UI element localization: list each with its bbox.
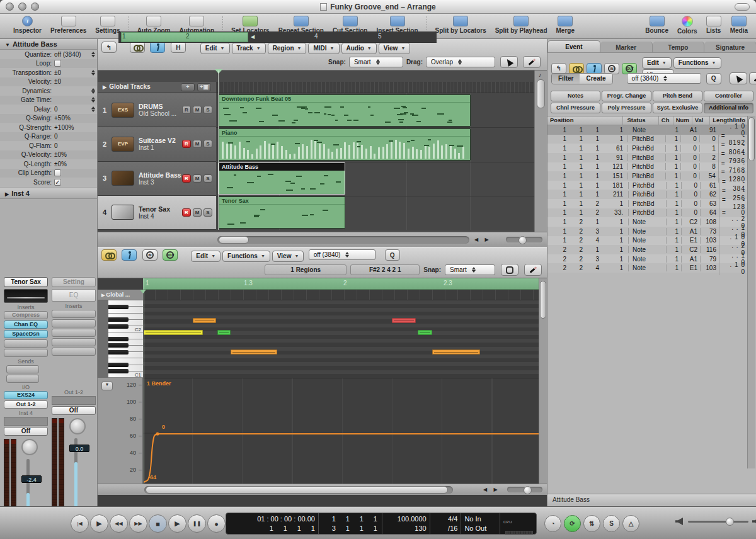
output-slot[interactable]: Out 1-2 xyxy=(4,400,48,409)
event-row[interactable]: 111181PitchBd1061=- 384 xyxy=(547,181,748,190)
bender-automation-lane[interactable]: 1 Bender 0 -64 xyxy=(143,378,539,484)
black-key[interactable] xyxy=(108,369,129,373)
autopunch-button[interactable]: ⇅ xyxy=(583,515,600,532)
lcd-time-position[interactable]: 01 : 00 : 00 : 00.00 1111 xyxy=(226,513,319,534)
tab-event[interactable]: Event xyxy=(547,40,600,52)
insert-slot[interactable] xyxy=(52,338,96,346)
param-value[interactable]: 0 xyxy=(52,142,95,149)
lcd-signature[interactable]: 4/4 /16 xyxy=(430,513,462,534)
menu-functions[interactable]: Functions▼ xyxy=(222,251,270,262)
snap-select[interactable]: Smart xyxy=(349,57,403,67)
record-enable-button[interactable]: R xyxy=(182,140,191,148)
piano-keyboard[interactable]: C2C1 xyxy=(108,300,143,378)
toolbar-toggle-pill[interactable] xyxy=(735,3,750,11)
midi-thru-button[interactable] xyxy=(150,42,165,53)
column-num[interactable]: Num xyxy=(673,116,692,125)
tab-signature[interactable]: Signature xyxy=(704,42,756,52)
toolbar-button-split-by-locators[interactable]: Split by Locators xyxy=(435,16,486,34)
filter-additional-info[interactable]: Additional Info xyxy=(704,103,753,113)
track-header-drums[interactable]: 1EXSDRUMSOld School ...RMS xyxy=(98,93,216,127)
toolbar-button-settings[interactable]: Settings xyxy=(95,16,120,34)
midi-note-e1[interactable] xyxy=(432,349,480,355)
fader-value[interactable]: 0.0 xyxy=(69,445,89,452)
black-key[interactable] xyxy=(108,305,129,309)
column-position[interactable]: Position xyxy=(547,116,622,125)
automation-mode-button[interactable]: Off xyxy=(4,427,48,436)
solo-button[interactable]: S xyxy=(203,140,212,148)
eq-thumbnail[interactable] xyxy=(4,289,48,303)
automation-mode-button[interactable]: Off xyxy=(52,406,96,415)
insert-slot[interactable] xyxy=(52,329,96,337)
midi-region-tenor-sax[interactable]: Tenor Sax xyxy=(219,196,345,229)
midi-thru-button[interactable] xyxy=(122,249,137,261)
pan-knob[interactable] xyxy=(69,418,86,434)
drag-select[interactable]: Overlap xyxy=(426,57,495,67)
mute-button[interactable]: M xyxy=(193,208,202,217)
filter-notes[interactable]: Notes xyxy=(551,91,600,101)
event-row[interactable]: 1121PitchBd1063=- 128 xyxy=(547,199,748,208)
quantize-select[interactable]: off (3840) xyxy=(627,73,701,84)
zoom-slider-knob[interactable] xyxy=(524,486,532,494)
metronome-button[interactable]: △ xyxy=(622,515,639,532)
scroll-thumb[interactable] xyxy=(748,117,755,161)
pause-button[interactable]: ❚❚ xyxy=(188,514,206,533)
tuner-button[interactable]: ◔ xyxy=(544,515,561,532)
midi-note-c2[interactable] xyxy=(193,318,216,323)
create-button[interactable]: Create xyxy=(580,74,612,84)
link-button[interactable] xyxy=(130,42,145,53)
stepper-icon[interactable] xyxy=(91,70,95,76)
midi-region-downtempo-funk-beat-05[interactable]: Downtempo Funk Beat 05 xyxy=(219,94,471,127)
arrange-vertical-scrollbar[interactable]: ♪ xyxy=(534,71,547,232)
black-key[interactable] xyxy=(108,350,129,355)
track-header-tenor-sax[interactable]: 4Tenor SaxInst 4RMS xyxy=(98,196,216,230)
event-row[interactable]: 2231Note1A179. . 1 0 xyxy=(547,254,748,264)
mute-button[interactable]: M xyxy=(193,174,202,183)
insert-slot[interactable] xyxy=(4,339,48,348)
toolbar-button-inspector[interactable]: i Inspector xyxy=(13,16,42,34)
event-row[interactable]: 1231Note1A173. . 1 0 xyxy=(547,227,748,236)
eq-slot[interactable]: EQ xyxy=(52,289,96,302)
param-value[interactable]: ±0% xyxy=(52,151,95,158)
scroll-arrows[interactable]: ◀ ▶ xyxy=(483,487,500,492)
pointer-tool-button[interactable] xyxy=(500,56,518,68)
stepper-icon[interactable] xyxy=(91,97,95,103)
scroll-thumb[interactable] xyxy=(146,486,448,494)
toolbar-button-bounce[interactable]: Bounce xyxy=(645,16,668,34)
scroll-thumb[interactable] xyxy=(540,281,546,319)
insert-slot[interactable]: SpaceDsn xyxy=(4,330,48,338)
stepper-icon[interactable] xyxy=(91,106,95,112)
track-header-suitcase-v2[interactable]: 2EVPSuitcase V2Inst 1RMS xyxy=(98,127,216,161)
send-slot[interactable] xyxy=(6,375,39,383)
filter-button[interactable]: Filter xyxy=(552,74,580,84)
piano-roll-vertical-scrollbar[interactable] xyxy=(539,278,547,484)
menu-region[interactable]: Region▼ xyxy=(268,43,307,54)
menu-functions[interactable]: Functions▼ xyxy=(673,57,721,69)
tab-tempo[interactable]: Tempo xyxy=(653,42,705,52)
region-parameters-header[interactable]: ▼Attitude Bass xyxy=(0,39,97,50)
event-row[interactable]: 111151PitchBd1054=- 1280 xyxy=(547,171,748,181)
midi-note-a1[interactable] xyxy=(217,330,231,335)
lcd-midi-monitor[interactable]: No In No Out xyxy=(461,513,500,534)
param-value[interactable]: +50% xyxy=(52,115,95,122)
rewind-button[interactable]: ◀◀ xyxy=(110,514,128,533)
event-row[interactable]: 2211Note1C2116. . 2 0 xyxy=(547,245,748,254)
param-checkbox[interactable]: ✓ xyxy=(54,179,61,186)
scroll-track[interactable] xyxy=(217,236,469,244)
insert-slot[interactable] xyxy=(52,319,96,327)
menu-midi[interactable]: MIDI▼ xyxy=(308,43,339,54)
midi-note-a1[interactable] xyxy=(144,330,203,335)
volume-knob[interactable] xyxy=(726,518,734,526)
toolbar-button-split-by-playhead[interactable]: Split by Playhead xyxy=(495,16,547,34)
black-key[interactable] xyxy=(108,337,129,341)
channel-strip-name[interactable]: Tenor Sax xyxy=(4,277,48,287)
midi-region-piano[interactable]: Piano xyxy=(219,128,471,161)
toolbar-button-preferences[interactable]: Preferences xyxy=(50,16,86,34)
filter-controller[interactable]: Controller xyxy=(704,91,753,101)
global-tracks-header[interactable]: ▶ Global ... xyxy=(98,290,143,300)
event-row[interactable]: 111211PitchBd1062=- 256 xyxy=(547,190,748,199)
scroll-arrows[interactable]: ◀ ▶ xyxy=(474,237,491,242)
param-value[interactable]: +100% xyxy=(52,124,95,131)
link-button[interactable] xyxy=(101,249,117,261)
param-value[interactable]: ±0 xyxy=(52,69,91,76)
mute-button[interactable]: M xyxy=(193,106,202,114)
